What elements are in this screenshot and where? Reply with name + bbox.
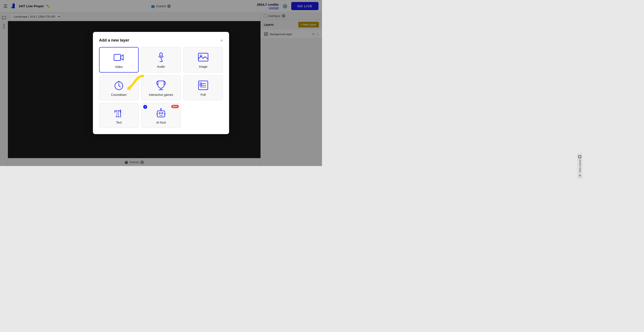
- svg-rect-21: [159, 113, 160, 114]
- layer-card-audio[interactable]: Audio: [141, 47, 181, 73]
- image-icon: [198, 52, 208, 63]
- countdown-label: Countdown: [111, 93, 127, 97]
- layer-card-video[interactable]: Video: [99, 47, 138, 73]
- layer-card-ai-host[interactable]: Beta ? AI host: [141, 103, 181, 128]
- layer-card-countdown[interactable]: Countdown: [99, 75, 138, 100]
- layer-card-interactive-games[interactable]: Interactive games: [141, 75, 181, 100]
- audio-icon: [156, 52, 166, 63]
- svg-rect-22: [162, 113, 163, 114]
- video-label: Video: [115, 65, 123, 69]
- modal-backdrop[interactable]: Add a new layer × Video: [0, 0, 322, 166]
- audio-label: Audio: [157, 65, 165, 68]
- svg-point-24: [160, 109, 162, 110]
- video-icon: [114, 52, 124, 63]
- interactive-games-label: Interactive games: [149, 93, 173, 97]
- svg-text:T: T: [114, 108, 121, 118]
- trophy-icon: [156, 80, 166, 91]
- robot-icon: [156, 108, 166, 119]
- ai-host-beta-badge: Beta: [171, 105, 179, 108]
- ai-host-question-badge[interactable]: ?: [143, 105, 147, 109]
- svg-rect-20: [157, 111, 165, 117]
- text-icon: T: [114, 108, 124, 119]
- image-label: Image: [199, 65, 208, 68]
- add-layer-modal: Add a new layer × Video: [93, 32, 229, 134]
- ai-host-label: AI host: [156, 121, 166, 124]
- text-label: Text: [116, 121, 122, 124]
- poll-icon: [198, 80, 208, 91]
- layer-card-poll[interactable]: Poll: [184, 75, 223, 100]
- svg-rect-6: [114, 54, 120, 61]
- modal-title: Add a new layer: [99, 38, 129, 43]
- countdown-icon: [114, 80, 124, 91]
- layer-card-image[interactable]: Image: [184, 47, 223, 73]
- modal-header: Add a new layer ×: [99, 38, 223, 43]
- layer-grid: Video Audio: [99, 47, 223, 128]
- modal-close-button[interactable]: ×: [220, 38, 223, 43]
- poll-label: Poll: [200, 93, 206, 97]
- layer-card-text[interactable]: T Text: [99, 103, 138, 128]
